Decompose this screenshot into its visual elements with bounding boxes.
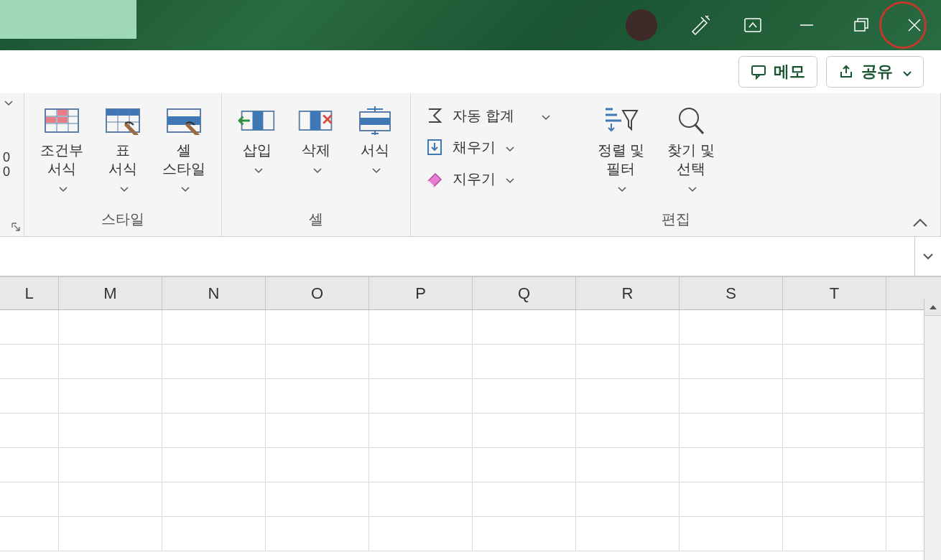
- cell[interactable]: [576, 482, 680, 516]
- vertical-scrollbar[interactable]: [924, 299, 941, 560]
- cell[interactable]: [680, 345, 783, 378]
- fragment-dropdown[interactable]: [4, 101, 13, 106]
- cell[interactable]: [369, 310, 473, 344]
- column-header[interactable]: N: [162, 277, 266, 309]
- cell[interactable]: [162, 379, 266, 413]
- cell[interactable]: [473, 448, 576, 482]
- cell[interactable]: [59, 517, 162, 551]
- cell-style-button[interactable]: 셀 스타일: [159, 102, 208, 200]
- formula-expand-button[interactable]: [915, 237, 941, 276]
- cell[interactable]: [680, 379, 783, 413]
- close-button[interactable]: [887, 0, 941, 50]
- cell[interactable]: [266, 517, 369, 551]
- cell[interactable]: [783, 482, 886, 516]
- cell[interactable]: [680, 448, 783, 482]
- cell[interactable]: [473, 379, 576, 413]
- cell[interactable]: [266, 379, 369, 413]
- pen-icon[interactable]: [672, 0, 726, 50]
- fill-button[interactable]: 채우기: [424, 136, 514, 158]
- cell[interactable]: [59, 482, 162, 516]
- cell[interactable]: [680, 482, 783, 516]
- cell[interactable]: [576, 448, 680, 482]
- ribbon-mode-icon[interactable]: [726, 0, 779, 50]
- cell[interactable]: [783, 310, 886, 344]
- insert-button[interactable]: 삽입: [235, 102, 279, 181]
- column-header[interactable]: R: [576, 277, 680, 309]
- cell[interactable]: [576, 379, 680, 413]
- cell[interactable]: [576, 345, 680, 378]
- cell[interactable]: [266, 414, 369, 447]
- column-header[interactable]: O: [266, 277, 369, 309]
- table-format-button[interactable]: 표 서식: [101, 102, 145, 200]
- autosum-button[interactable]: 자동 합계: [424, 105, 550, 126]
- scroll-up-button[interactable]: [924, 299, 941, 316]
- cell[interactable]: [783, 345, 886, 378]
- dialog-launcher-icon[interactable]: [11, 222, 21, 232]
- cell[interactable]: [369, 448, 473, 482]
- clear-button[interactable]: 지우기: [424, 168, 514, 190]
- cell[interactable]: [162, 414, 266, 447]
- cell[interactable]: [783, 448, 886, 482]
- column-header[interactable]: L: [0, 277, 59, 309]
- column-header[interactable]: S: [680, 277, 783, 309]
- cell[interactable]: [369, 482, 473, 516]
- cell[interactable]: [783, 379, 886, 413]
- cell[interactable]: [0, 448, 59, 482]
- cell[interactable]: [0, 414, 59, 447]
- maximize-button[interactable]: [833, 0, 887, 50]
- cell[interactable]: [0, 345, 59, 378]
- cell[interactable]: [59, 448, 162, 482]
- cell[interactable]: [0, 482, 59, 516]
- cell[interactable]: [59, 345, 162, 378]
- cell[interactable]: [266, 310, 369, 344]
- cell[interactable]: [680, 414, 783, 447]
- cell[interactable]: [162, 310, 266, 344]
- cell[interactable]: [576, 517, 680, 551]
- cell[interactable]: [266, 345, 369, 378]
- cell[interactable]: [162, 345, 266, 378]
- cell[interactable]: [783, 517, 886, 551]
- cell[interactable]: [369, 345, 473, 378]
- cell[interactable]: [266, 482, 369, 516]
- collapse-ribbon-button[interactable]: [912, 218, 928, 230]
- spreadsheet-grid[interactable]: [0, 310, 941, 551]
- column-header[interactable]: Q: [473, 277, 576, 309]
- cell[interactable]: [0, 310, 59, 344]
- cell[interactable]: [0, 517, 59, 551]
- cell[interactable]: [473, 482, 576, 516]
- cell[interactable]: [59, 310, 162, 344]
- find-select-button[interactable]: 찾기 및 선택: [664, 102, 718, 200]
- chevron-down-icon: [506, 139, 514, 156]
- cell[interactable]: [473, 414, 576, 447]
- cell[interactable]: [473, 517, 576, 551]
- cell[interactable]: [576, 310, 680, 344]
- column-header[interactable]: M: [59, 277, 162, 309]
- cell[interactable]: [369, 517, 473, 551]
- cell[interactable]: [0, 379, 59, 413]
- conditional-formatting-button[interactable]: 조건부 서식: [37, 102, 86, 200]
- formula-input[interactable]: [0, 237, 915, 276]
- cell[interactable]: [473, 310, 576, 344]
- column-header[interactable]: P: [369, 277, 473, 309]
- cell[interactable]: [59, 379, 162, 413]
- cell[interactable]: [162, 517, 266, 551]
- cell[interactable]: [266, 448, 369, 482]
- sort-filter-button[interactable]: 정렬 및 필터: [595, 102, 648, 200]
- share-button[interactable]: 공유: [826, 56, 924, 88]
- cell[interactable]: [369, 414, 473, 447]
- format-button[interactable]: 서식: [353, 102, 397, 181]
- cell[interactable]: [783, 414, 886, 447]
- cell[interactable]: [576, 414, 680, 447]
- cell[interactable]: [680, 517, 783, 551]
- memo-button[interactable]: 메모: [738, 56, 817, 88]
- column-header[interactable]: T: [783, 277, 886, 309]
- cell[interactable]: [369, 379, 473, 413]
- cell[interactable]: [162, 482, 266, 516]
- cell[interactable]: [680, 310, 783, 344]
- cell[interactable]: [473, 345, 576, 378]
- cell[interactable]: [59, 414, 162, 447]
- delete-button[interactable]: 삭제: [294, 102, 338, 181]
- cell[interactable]: [162, 448, 266, 482]
- user-avatar[interactable]: [626, 9, 657, 41]
- minimize-button[interactable]: [779, 0, 833, 50]
